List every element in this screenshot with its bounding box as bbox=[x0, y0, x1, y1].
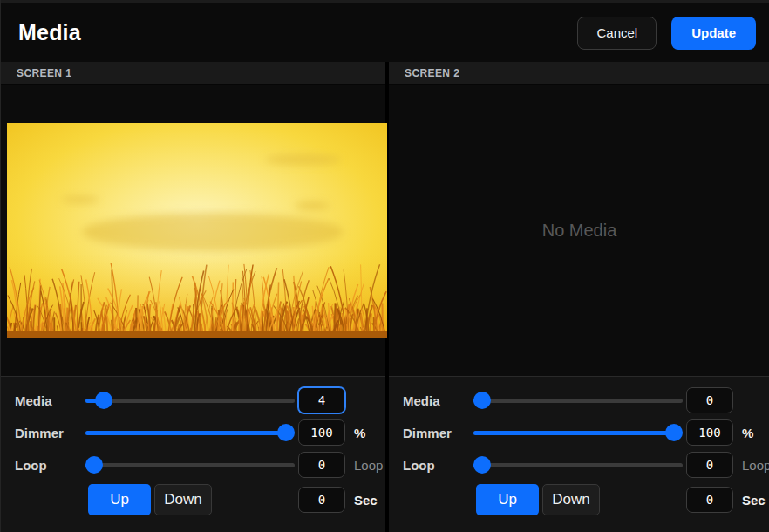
screen2-header: SCREEN 2 bbox=[389, 62, 769, 85]
updown-row: Up Down Sec bbox=[1, 484, 385, 515]
page-title: Media bbox=[18, 20, 81, 45]
sec-value-input[interactable] bbox=[686, 487, 733, 513]
updown-row: Up Down Sec bbox=[389, 484, 769, 515]
loop-row: Loop Loop bbox=[1, 452, 385, 478]
header-buttons: Cancel Update bbox=[577, 17, 756, 50]
dimmer-value-input[interactable] bbox=[686, 419, 733, 446]
loop-value-input[interactable] bbox=[298, 452, 345, 478]
loop-slider-label: Loop bbox=[403, 458, 459, 473]
no-media-placeholder: No Media bbox=[389, 85, 769, 376]
screen2-controls: Media Dimmer % Loop bbox=[389, 376, 769, 532]
slider-track[interactable] bbox=[473, 463, 683, 467]
slider-thumb[interactable] bbox=[95, 392, 112, 409]
dimmer-value-input[interactable] bbox=[298, 419, 345, 446]
slider-track[interactable] bbox=[473, 399, 683, 403]
header-bar: Media Cancel Update bbox=[1, 3, 769, 62]
screen1-header-label: SCREEN 1 bbox=[17, 67, 71, 79]
media-slider-label: Media bbox=[15, 393, 71, 408]
slider-thumb[interactable] bbox=[473, 456, 491, 474]
percent-suffix-label: % bbox=[354, 426, 365, 440]
percent-suffix-label: % bbox=[742, 426, 753, 440]
up-button[interactable]: Up bbox=[88, 484, 151, 515]
loop-suffix-label: Loop bbox=[742, 458, 769, 473]
up-button[interactable]: Up bbox=[476, 484, 539, 515]
slider-thumb[interactable] bbox=[85, 456, 103, 474]
update-button[interactable]: Update bbox=[671, 17, 756, 50]
loop-suffix-label: Loop bbox=[354, 458, 383, 473]
sec-suffix-label: Sec bbox=[354, 493, 378, 508]
slider-thumb[interactable] bbox=[473, 392, 491, 409]
screen1-controls: Media Dimmer % Loop bbox=[1, 376, 385, 532]
down-button[interactable]: Down bbox=[542, 484, 600, 515]
screen1-header: SCREEN 1 bbox=[1, 62, 385, 85]
sec-suffix-label: Sec bbox=[742, 493, 766, 508]
slider-thumb[interactable] bbox=[277, 424, 295, 441]
slider-track[interactable] bbox=[85, 463, 295, 467]
loop-slider-label: Loop bbox=[15, 458, 71, 473]
media-value-input[interactable] bbox=[298, 387, 345, 413]
screen1-media-area bbox=[1, 85, 385, 376]
media-slider[interactable] bbox=[473, 392, 683, 409]
dimmer-row: Dimmer % bbox=[389, 419, 769, 446]
loop-slider[interactable] bbox=[473, 456, 683, 474]
media-value-input[interactable] bbox=[686, 387, 733, 413]
screen2-panel: SCREEN 2 No Media Media Dimmer bbox=[389, 62, 769, 532]
loop-slider[interactable] bbox=[85, 456, 295, 474]
dimmer-slider[interactable] bbox=[473, 424, 683, 441]
screen2-header-label: SCREEN 2 bbox=[405, 67, 459, 79]
loop-value-input[interactable] bbox=[686, 452, 733, 478]
dimmer-slider-label: Dimmer bbox=[15, 426, 71, 440]
media-slider-label: Media bbox=[403, 393, 459, 408]
sec-value-input[interactable] bbox=[298, 487, 345, 513]
screen1-panel: SCREEN 1 bbox=[1, 62, 385, 532]
media-thumbnail-sunset bbox=[7, 123, 387, 338]
slider-track[interactable] bbox=[85, 399, 295, 403]
dimmer-slider[interactable] bbox=[85, 424, 295, 441]
slider-fill bbox=[473, 431, 674, 435]
screen2-media-area: No Media bbox=[389, 85, 769, 376]
dimmer-row: Dimmer % bbox=[1, 419, 385, 446]
slider-fill bbox=[85, 431, 286, 435]
dimmer-slider-label: Dimmer bbox=[403, 426, 459, 440]
cancel-button[interactable]: Cancel bbox=[577, 17, 657, 50]
down-button[interactable]: Down bbox=[154, 484, 212, 515]
media-slider[interactable] bbox=[85, 392, 295, 409]
slider-thumb[interactable] bbox=[665, 424, 683, 441]
media-row: Media bbox=[1, 387, 385, 413]
screens-container: SCREEN 1 bbox=[1, 62, 769, 532]
loop-row: Loop Loop bbox=[389, 452, 769, 478]
media-row: Media bbox=[389, 387, 769, 413]
